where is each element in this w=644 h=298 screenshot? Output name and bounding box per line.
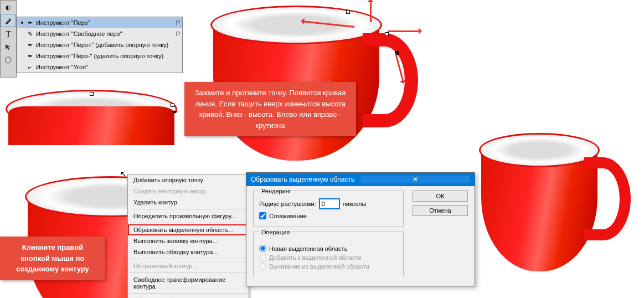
freeform-pen-icon: ✎ <box>25 30 35 38</box>
flyout-item-convert-point[interactable]: ⌐ Инструмент "Угол" <box>17 61 182 73</box>
shape-tool-button[interactable] <box>1 54 16 67</box>
flyout-item-add-anchor[interactable]: ✒ Инструмент "Перо+" (добавить опорную т… <box>17 39 182 50</box>
antialias-checkbox[interactable] <box>259 212 266 219</box>
callout-text: Зажмите и протяните точку. Появится крив… <box>195 89 346 130</box>
op-subtract-radio <box>259 263 266 270</box>
make-selection-dialog: Образовать выделенную область ✕ Рендерин… <box>246 172 475 286</box>
flyout-item-freeform-pen[interactable]: ✎ Инструмент "Свободное перо" P <box>17 28 182 39</box>
ctx-free-transform-path[interactable]: Свободное трансформирование контура <box>128 274 249 292</box>
feather-radius-input[interactable] <box>320 199 339 209</box>
flyout-item-delete-anchor[interactable]: ✒ Инструмент "Перо-" (удалить опорную то… <box>17 50 182 61</box>
rendering-group: Рендеринг Радиус растушевки: пикселы Сгл… <box>253 191 404 227</box>
cancel-button[interactable]: Отмена <box>413 205 468 216</box>
dialog-title-text: Образовать выделенную область <box>251 176 360 183</box>
separator <box>128 273 249 273</box>
feather-label: Радиус растушевки: <box>259 201 316 207</box>
ctx-make-vector-mask: Создать векторную маску <box>128 186 249 197</box>
anchor-point[interactable] <box>90 92 94 96</box>
pen-minus-icon: ✒ <box>25 53 35 60</box>
antialias-label: Сглаживание <box>269 213 307 219</box>
dialog-titlebar[interactable]: Образовать выделенную область ✕ <box>246 173 475 186</box>
flyout-shortcut: P <box>172 19 180 26</box>
callout-click-tip: Кликните правой кнопкой мыши по созданно… <box>0 237 105 280</box>
ctx-combine-shapes: Объединить фигуры <box>128 295 249 298</box>
close-icon[interactable]: ✕ <box>360 176 470 183</box>
separator <box>128 259 249 259</box>
mug-image-result <box>473 123 640 289</box>
ctx-add-anchor[interactable]: Добавить опорную точку <box>128 174 249 186</box>
callout-text: Кликните правой кнопкой мыши по созданно… <box>16 243 89 273</box>
ctx-make-selection[interactable]: Образовать выделенную область... <box>128 224 249 235</box>
pen-tool-flyout: • ✒ Инструмент "Перо" P ✎ Инструмент "Св… <box>17 17 183 73</box>
pen-tool-button[interactable] <box>1 14 16 27</box>
separator <box>128 293 249 294</box>
path-select-tool-button[interactable] <box>1 40 16 54</box>
photoshop-toolbox: ◐ T <box>0 0 17 78</box>
bullet-icon: • <box>19 18 25 27</box>
operation-group: Операция Новая выделенная область Добави… <box>253 232 404 277</box>
path-context-menu: Добавить опорную точку Создать векторную… <box>127 174 249 298</box>
feather-unit: пикселы <box>343 201 367 207</box>
arrow-cursor-icon: ↖ <box>120 169 127 178</box>
mug-rim-fragment: ✒ <box>0 79 188 145</box>
op-label: Добавить к выделенной области <box>269 254 362 261</box>
flyout-label: Инструмент "Перо-" (удалить опорную точк… <box>35 53 172 59</box>
ctx-delete-path[interactable]: Удалить контур <box>128 197 249 208</box>
ctx-fill-path[interactable]: Выполнить заливку контура... <box>128 235 249 246</box>
convert-point-icon: ⌐ <box>25 64 35 70</box>
flyout-label: Инструмент "Свободное перо" <box>35 30 172 37</box>
flyout-label: Инструмент "Перо+" (добавить опорную точ… <box>35 42 172 48</box>
separator <box>128 223 249 223</box>
pen-cursor-icon: ✒ <box>172 107 178 116</box>
arrow-cursor-icon <box>5 44 12 50</box>
dodge-tool-button[interactable]: ◐ <box>1 1 16 14</box>
flyout-label: Инструмент "Перо" <box>35 19 172 26</box>
ctx-define-custom-shape[interactable]: Определить произвольную фигуру... <box>128 210 249 222</box>
op-new-radio[interactable] <box>259 245 266 252</box>
ok-button[interactable]: ОК <box>413 191 468 202</box>
op-label: Новая выделенная область <box>269 245 347 252</box>
drag-arrow-up <box>370 0 372 22</box>
anchor-point[interactable] <box>171 103 174 107</box>
pen-plus-icon: ✒ <box>25 42 35 49</box>
flyout-shortcut: P <box>172 30 180 37</box>
flyout-label: Инструмент "Угол" <box>35 64 172 70</box>
anchor-point[interactable] <box>346 10 350 14</box>
shape-blob-icon <box>4 56 12 64</box>
pen-icon <box>4 17 12 24</box>
flyout-item-pen[interactable]: • ✒ Инструмент "Перо" P <box>17 17 182 28</box>
group-label: Рендеринг <box>259 188 293 194</box>
pen-icon: ✒ <box>25 19 35 27</box>
type-tool-button[interactable]: T <box>1 27 16 40</box>
op-label: Вычитание из выделенной области <box>269 263 369 270</box>
group-label: Операция <box>259 229 292 235</box>
ctx-stroke-path[interactable]: Выполнить обводку контура... <box>128 246 249 258</box>
separator <box>128 209 249 209</box>
op-add-radio <box>259 254 266 261</box>
callout-curve-tip: Зажмите и протяните точку. Появится крив… <box>184 82 356 136</box>
drag-arrow-right <box>388 30 421 32</box>
ctx-clipping-path: Обтравочный контур... <box>128 260 249 271</box>
